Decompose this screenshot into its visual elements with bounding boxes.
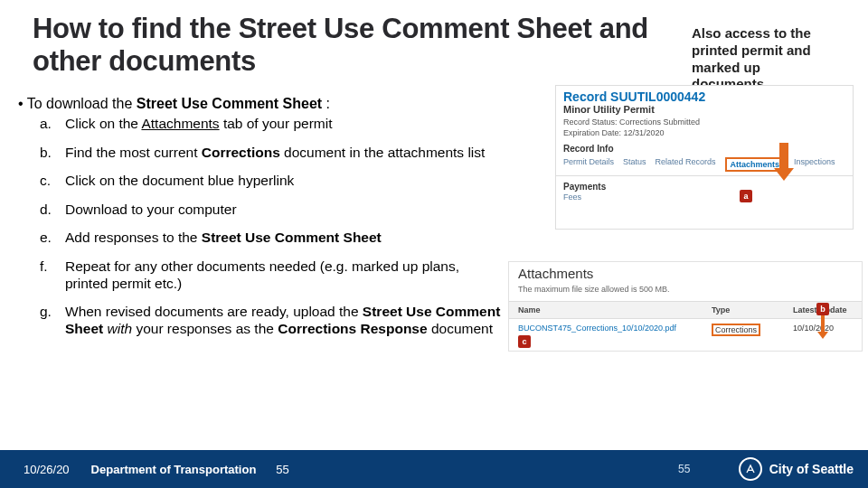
aside-line: printed permit and xyxy=(692,42,811,58)
tab-related[interactable]: Related Records xyxy=(656,157,716,172)
step-text: Download to your computer xyxy=(65,202,501,219)
footer-page-alt: 55 xyxy=(678,463,690,475)
record-info-label: Record Info xyxy=(556,138,853,155)
text: : xyxy=(322,96,330,111)
attachments-note: The maximum file size allowed is 500 MB. xyxy=(509,283,862,301)
attachment-link[interactable]: BUCONST475_Corrections_10/10/2020.pdf xyxy=(509,319,708,341)
aside-line: marked up xyxy=(692,60,760,75)
step-letter: a. xyxy=(40,116,65,133)
step-g: g. When revised documents are ready, upl… xyxy=(40,304,501,337)
tab-status[interactable]: Status xyxy=(623,157,646,172)
footer-logo: City of Seattle xyxy=(739,457,854,481)
attachments-title: Attachments xyxy=(509,262,862,283)
step-letter: f. xyxy=(40,258,65,292)
step-letter: g. xyxy=(40,304,65,337)
arrow-down-icon xyxy=(774,143,794,183)
step-c: c. Click on the document blue hyperlink xyxy=(40,173,501,190)
footer-bar: 10/26/20 Department of Transportation 55… xyxy=(0,450,868,488)
step-text: When revised documents are ready, upload… xyxy=(65,304,501,337)
text: To download the xyxy=(27,96,137,111)
arrow-b-icon xyxy=(819,315,826,341)
footer-department: Department of Transportation xyxy=(91,463,257,476)
step-text: Find the most current Corrections docume… xyxy=(65,145,501,162)
record-expiry: Expiration Date: 12/31/2020 xyxy=(556,127,853,138)
record-tabs: Permit Details Status Related Records At… xyxy=(556,155,853,176)
footer-city: City of Seattle xyxy=(769,462,854,476)
payments-label: Payments xyxy=(556,176,853,192)
record-status: Record Status: Corrections Submitted xyxy=(556,117,853,127)
step-text: Click on the document blue hyperlink xyxy=(65,173,501,190)
step-e: e. Add responses to the Street Use Comme… xyxy=(40,230,501,247)
marker-c: c xyxy=(518,335,531,348)
steps-list: a. Click on the Attachments tab of your … xyxy=(40,116,501,349)
step-letter: d. xyxy=(40,202,65,219)
step-letter: b. xyxy=(40,145,65,162)
footer-date: 10/26/20 xyxy=(24,463,70,476)
attachments-header: Name Type Latest Update xyxy=(509,301,862,319)
slide-title: How to find the Street Use Comment Sheet… xyxy=(33,13,702,77)
attachments-screenshot: Attachments The maximum file size allowe… xyxy=(508,261,863,352)
footer-page: 55 xyxy=(276,463,288,476)
step-f: f. Repeat for any other documents needed… xyxy=(40,258,501,292)
record-title: Record SUUTIL0000442 xyxy=(556,86,853,104)
col-name: Name xyxy=(509,302,708,318)
step-a: a. Click on the Attachments tab of your … xyxy=(40,116,501,133)
seattle-seal-icon xyxy=(739,457,762,481)
marker-b: b xyxy=(816,303,829,315)
marker-a: a xyxy=(740,190,752,202)
step-d: d. Download to your computer xyxy=(40,202,501,219)
tab-inspections[interactable]: Inspections xyxy=(794,157,835,172)
step-letter: c. xyxy=(40,173,65,190)
text-bold: Street Use Comment Sheet xyxy=(137,96,322,111)
step-text: Add responses to the Street Use Comment … xyxy=(65,230,501,247)
step-text: Repeat for any other documents needed (e… xyxy=(65,258,501,292)
fees-link[interactable]: Fees xyxy=(556,192,853,205)
attachment-row: BUCONST475_Corrections_10/10/2020.pdf Co… xyxy=(509,319,862,341)
tab-details[interactable]: Permit Details xyxy=(563,157,614,172)
record-subtitle: Minor Utility Permit xyxy=(556,104,853,117)
intro-bullet: To download the Street Use Comment Sheet… xyxy=(18,96,434,112)
col-type: Type xyxy=(708,302,789,318)
step-b: b. Find the most current Corrections doc… xyxy=(40,145,501,162)
aside-line: Also access to the xyxy=(692,25,811,41)
attachment-type: Corrections xyxy=(708,319,789,341)
record-screenshot: Record SUUTIL0000442 Minor Utility Permi… xyxy=(555,85,854,230)
step-letter: e. xyxy=(40,230,65,247)
slide: How to find the Street Use Comment Sheet… xyxy=(0,0,868,488)
step-text: Click on the Attachments tab of your per… xyxy=(65,116,501,133)
aside-note: Also access to the printed permit and ma… xyxy=(692,25,854,93)
